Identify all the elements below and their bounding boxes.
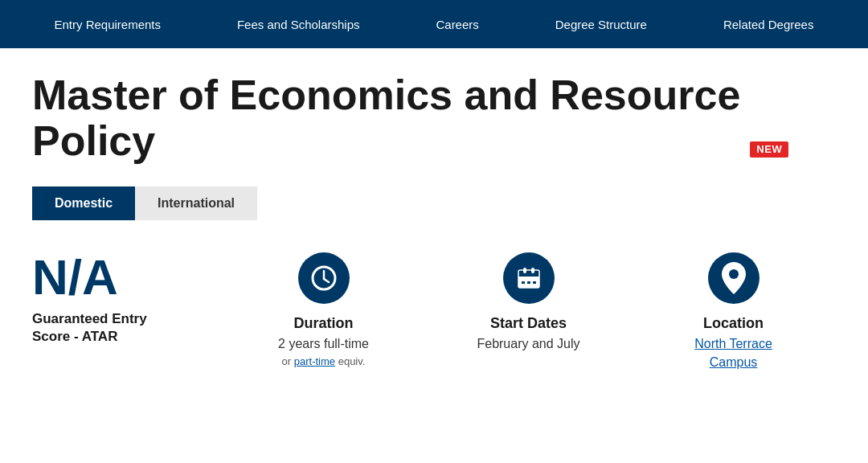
location-label: Location xyxy=(703,315,764,332)
page-title-container: Master of Economics and Resource Policy … xyxy=(32,72,836,164)
page-title: Master of Economics and Resource Policy xyxy=(32,72,740,164)
location-pin-icon xyxy=(722,262,746,294)
location-link[interactable]: North Terrace Campus xyxy=(694,335,772,371)
new-badge: NEW xyxy=(750,141,788,158)
nav-careers[interactable]: Careers xyxy=(426,3,488,46)
calendar-icon-circle xyxy=(503,252,555,304)
nav-degree-structure[interactable]: Degree Structure xyxy=(546,3,657,46)
svg-rect-10 xyxy=(523,268,526,273)
start-dates-item: Start Dates February and July xyxy=(426,252,631,353)
atar-item: N/A Guaranteed EntryScore - ATAR xyxy=(32,252,221,346)
info-grid: N/A Guaranteed EntryScore - ATAR Duratio… xyxy=(32,252,836,371)
nav-related-degrees[interactable]: Related Degrees xyxy=(714,3,824,46)
start-dates-label: Start Dates xyxy=(490,315,567,332)
clock-icon xyxy=(310,264,338,292)
toggle-group: Domestic International xyxy=(32,186,836,220)
nav-entry-requirements[interactable]: Entry Requirements xyxy=(44,3,170,46)
clock-icon-circle xyxy=(298,252,350,304)
location-icon-circle xyxy=(708,252,760,304)
nav-fees-scholarships[interactable]: Fees and Scholarships xyxy=(227,3,370,46)
main-content: Master of Economics and Resource Policy … xyxy=(0,48,868,404)
atar-label: Guaranteed EntryScore - ATAR xyxy=(32,310,147,346)
main-nav: Entry Requirements Fees and Scholarships… xyxy=(0,0,868,48)
svg-rect-12 xyxy=(522,281,525,284)
duration-label: Duration xyxy=(294,315,354,332)
duration-sub: or part-time equiv. xyxy=(282,355,366,367)
calendar-icon xyxy=(515,264,542,292)
location-item: Location North Terrace Campus xyxy=(631,252,836,371)
international-tab[interactable]: International xyxy=(135,186,257,220)
duration-value: 2 years full-time xyxy=(278,335,369,353)
svg-rect-13 xyxy=(527,281,530,284)
atar-score: N/A xyxy=(32,252,118,302)
duration-item: Duration 2 years full-time or part-time … xyxy=(221,252,426,367)
svg-rect-11 xyxy=(531,268,534,273)
svg-point-15 xyxy=(729,269,739,279)
svg-rect-14 xyxy=(533,281,536,284)
part-time-link[interactable]: part-time xyxy=(294,355,335,367)
domestic-tab[interactable]: Domestic xyxy=(32,186,135,220)
start-dates-value: February and July xyxy=(477,335,579,353)
